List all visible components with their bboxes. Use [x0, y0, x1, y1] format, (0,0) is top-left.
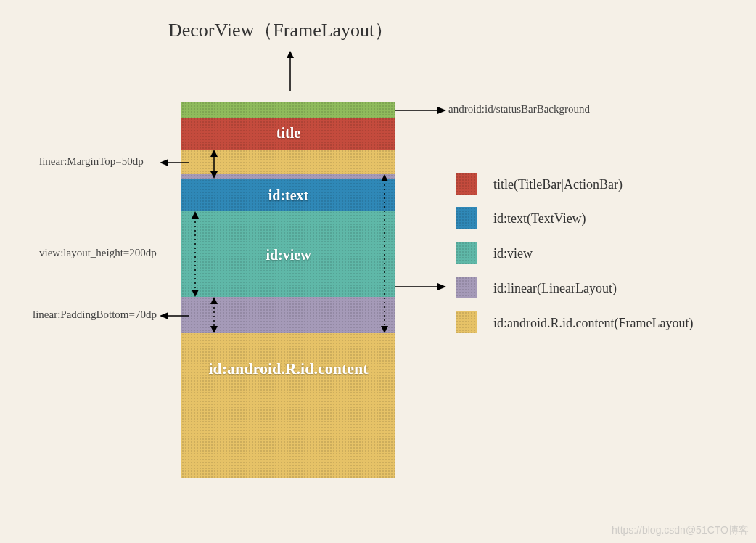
legend-swatch-3 — [456, 277, 477, 298]
legend-label-3: id:linear(LinearLayout) — [493, 281, 617, 296]
callout-status-bar: android:id/statusBarBackground — [448, 103, 590, 115]
arrow-padding-left — [160, 311, 189, 320]
layer-status-bar — [181, 102, 395, 118]
watermark: https://blog.csdn@51CTO博客 — [612, 524, 749, 537]
legend-swatch-0 — [456, 173, 477, 195]
callout-layout-height: view:layout_height=200dp — [39, 247, 157, 259]
svg-marker-11 — [210, 150, 218, 157]
svg-marker-1 — [287, 51, 294, 58]
callout-margin-top: linear:MarginTop=50dp — [39, 155, 144, 168]
callout-padding-bottom: linear:PaddingBottom=70dp — [33, 309, 157, 321]
svg-marker-21 — [381, 326, 388, 333]
legend-label-1: id:text(TextView) — [493, 211, 586, 226]
svg-marker-12 — [210, 171, 218, 179]
svg-marker-15 — [192, 290, 199, 297]
svg-marker-5 — [160, 159, 168, 166]
arrow-linear-right — [395, 282, 446, 291]
arrow-padding-span — [209, 297, 219, 333]
legend-swatch-2 — [456, 242, 477, 264]
layer-id-text-label: id:text — [181, 187, 395, 204]
svg-marker-20 — [381, 174, 388, 181]
svg-marker-17 — [210, 297, 218, 304]
layer-id-view-label: id:view — [181, 247, 395, 264]
svg-marker-18 — [210, 326, 218, 333]
arrow-status-right — [395, 106, 446, 115]
legend-swatch-1 — [456, 207, 477, 229]
svg-marker-3 — [437, 107, 446, 114]
layer-id-content-label: id:android.R.id.content — [181, 359, 395, 378]
arrow-margin-span — [209, 150, 219, 179]
svg-marker-7 — [160, 312, 168, 319]
legend-label-0: title(TitleBar|ActionBar) — [493, 177, 623, 192]
legend-label-2: id:view — [493, 246, 533, 261]
legend-swatch-4 — [456, 311, 477, 333]
diagram-title: DecorView（FrameLayout） — [168, 17, 393, 43]
layer-title-label: title — [181, 125, 395, 142]
arrow-title-down — [283, 51, 297, 94]
arrow-view-height — [190, 211, 200, 297]
layer-id-content — [181, 333, 395, 478]
arrow-margin-left — [160, 158, 189, 167]
legend-label-4: id:android.R.id.content(FrameLayout) — [493, 316, 693, 331]
svg-marker-14 — [192, 211, 199, 219]
arrow-linear-span — [379, 174, 390, 333]
svg-marker-9 — [437, 283, 446, 290]
